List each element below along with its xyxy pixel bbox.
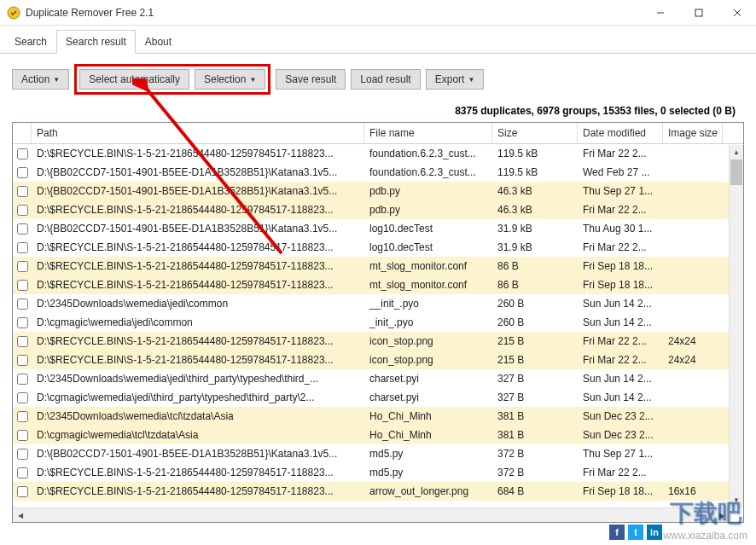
row-checkbox[interactable] <box>13 203 32 217</box>
tab-about[interactable]: About <box>136 30 181 54</box>
table-row[interactable]: D:\$RECYCLE.BIN\S-1-5-21-2186544480-1259… <box>13 257 743 275</box>
row-checkbox[interactable] <box>13 147 32 161</box>
col-path[interactable]: Path <box>32 123 364 143</box>
horizontal-scrollbar[interactable]: ◀ ▶ <box>13 507 729 522</box>
row-checkbox[interactable] <box>13 241 32 255</box>
cell-date: Fri Mar 22 2... <box>578 465 663 480</box>
scroll-track[interactable] <box>730 159 743 493</box>
table-row[interactable]: D:\{BB02CCD7-1501-4901-B5EE-D1A1B3528B51… <box>13 163 743 182</box>
row-checkbox[interactable] <box>13 466 32 480</box>
scroll-thumb[interactable] <box>730 159 742 185</box>
scroll-up-icon[interactable]: ▲ <box>730 145 743 159</box>
vertical-scrollbar[interactable]: ▲ ▼ <box>729 145 743 507</box>
table-row[interactable]: D:\$RECYCLE.BIN\S-1-5-21-2186544480-1259… <box>13 238 743 257</box>
row-checkbox[interactable] <box>13 165 32 180</box>
checkbox-input[interactable] <box>17 411 28 422</box>
table-row[interactable]: D:\{BB02CCD7-1501-4901-B5EE-D1A1B3528B51… <box>13 182 743 200</box>
checkbox-input[interactable] <box>17 223 28 235</box>
table-row[interactable]: D:\2345Downloads\wemedia\jedi\common__in… <box>13 294 743 313</box>
cell-path: D:\{BB02CCD7-1501-4901-B5EE-D1A1B3528B51… <box>32 446 364 461</box>
cell-image-size <box>663 152 723 155</box>
table-row[interactable]: D:\cgmagic\wemedia\jedi\third_party\type… <box>13 388 743 407</box>
select-automatically-button[interactable]: Select automatically <box>79 69 189 90</box>
cell-path: D:\cgmagic\wemedia\jedi\third_party\type… <box>32 390 364 405</box>
linkedin-icon[interactable]: in <box>647 525 662 540</box>
tab-search[interactable]: Search <box>5 30 56 54</box>
checkbox-input[interactable] <box>17 355 28 366</box>
maximize-button[interactable] <box>679 0 718 26</box>
checkbox-input[interactable] <box>17 374 28 385</box>
table-row[interactable]: D:\$RECYCLE.BIN\S-1-5-21-2186544480-1259… <box>13 144 743 163</box>
row-checkbox[interactable] <box>13 278 32 293</box>
table-row[interactable]: D:\2345Downloads\wemedia\jedi\third_part… <box>13 369 743 388</box>
row-checkbox[interactable] <box>13 353 32 368</box>
table-row[interactable]: D:\{BB02CCD7-1501-4901-B5EE-D1A1B3528B51… <box>13 444 743 463</box>
cell-image-size <box>663 452 723 455</box>
row-checkbox[interactable] <box>13 391 32 405</box>
row-checkbox[interactable] <box>13 334 32 349</box>
cell-filename: charset.pyi <box>364 371 492 386</box>
table-row[interactable]: D:\cgmagic\wemedia\tcl\tzdata\AsiaHo_Chi… <box>13 426 743 444</box>
watermark-logo: 下载吧 <box>670 497 741 530</box>
close-button[interactable] <box>718 0 756 26</box>
row-checkbox[interactable] <box>13 222 32 236</box>
cell-path: D:\$RECYCLE.BIN\S-1-5-21-2186544480-1259… <box>32 352 364 368</box>
checkbox-input[interactable] <box>17 242 28 253</box>
table-row[interactable]: D:\2345Downloads\wemedia\tcl\tzdata\Asia… <box>13 407 743 426</box>
checkbox-input[interactable] <box>17 148 28 159</box>
cell-date: Sun Jun 14 2... <box>578 315 663 330</box>
checkbox-input[interactable] <box>17 430 28 441</box>
cell-date: Fri Mar 22 2... <box>578 240 663 255</box>
svg-rect-2 <box>695 9 702 16</box>
checkbox-input[interactable] <box>17 336 28 347</box>
table-row[interactable]: D:\$RECYCLE.BIN\S-1-5-21-2186544480-1259… <box>13 463 743 482</box>
action-button[interactable]: Action▼ <box>12 69 69 90</box>
table-row[interactable]: D:\$RECYCLE.BIN\S-1-5-21-2186544480-1259… <box>13 200 743 219</box>
row-checkbox[interactable] <box>13 259 32 274</box>
row-checkbox[interactable] <box>13 409 32 424</box>
twitter-icon[interactable]: t <box>628 525 643 540</box>
checkbox-input[interactable] <box>17 280 28 291</box>
table-row[interactable]: D:\$RECYCLE.BIN\S-1-5-21-2186544480-1259… <box>13 275 743 294</box>
col-date[interactable]: Date modified <box>578 123 663 143</box>
export-button[interactable]: Export▼ <box>426 69 485 90</box>
checkbox-input[interactable] <box>17 186 28 197</box>
save-result-button[interactable]: Save result <box>276 69 346 90</box>
table-row[interactable]: D:\$RECYCLE.BIN\S-1-5-21-2186544480-1259… <box>13 332 743 351</box>
table-row[interactable]: D:\{BB02CCD7-1501-4901-B5EE-D1A1B3528B51… <box>13 219 743 238</box>
row-checkbox[interactable] <box>13 297 32 311</box>
scroll-left-icon[interactable]: ◀ <box>13 508 27 523</box>
col-checkbox[interactable] <box>13 123 32 143</box>
table-row[interactable]: D:\$RECYCLE.BIN\S-1-5-21-2186544480-1259… <box>13 351 743 369</box>
checkbox-input[interactable] <box>17 299 28 310</box>
col-image-size[interactable]: Image size <box>663 123 723 143</box>
row-checkbox[interactable] <box>13 372 32 386</box>
tab-search-result[interactable]: Search result <box>56 30 136 54</box>
checkbox-input[interactable] <box>17 486 28 497</box>
checkbox-input[interactable] <box>17 167 28 178</box>
col-filename[interactable]: File name <box>364 123 492 143</box>
row-checkbox[interactable] <box>13 447 32 461</box>
checkbox-input[interactable] <box>17 392 28 403</box>
checkbox-input[interactable] <box>17 467 28 478</box>
cell-size: 31.9 kB <box>492 221 578 236</box>
selection-button[interactable]: Selection▼ <box>195 69 265 90</box>
row-checkbox[interactable] <box>13 428 32 443</box>
col-size[interactable]: Size <box>492 123 578 143</box>
cell-path: D:\2345Downloads\wemedia\tcl\tzdata\Asia <box>32 409 364 424</box>
row-checkbox[interactable] <box>13 316 32 330</box>
checkbox-input[interactable] <box>17 449 28 460</box>
row-checkbox[interactable] <box>13 484 32 499</box>
checkbox-input[interactable] <box>17 261 28 272</box>
minimize-button[interactable] <box>641 0 679 26</box>
chevron-down-icon: ▼ <box>468 76 474 84</box>
checkbox-input[interactable] <box>17 317 28 328</box>
table-row[interactable]: D:\cgmagic\wemedia\jedi\common_init_.pyo… <box>13 313 743 332</box>
load-result-button[interactable]: Load result <box>351 69 420 90</box>
cell-filename: pdb.py <box>364 202 492 217</box>
table-row[interactable]: D:\$RECYCLE.BIN\S-1-5-21-2186544480-1259… <box>13 482 743 501</box>
facebook-icon[interactable]: f <box>609 525 625 540</box>
cell-filename: md5.py <box>364 465 492 480</box>
row-checkbox[interactable] <box>13 184 32 199</box>
checkbox-input[interactable] <box>17 205 28 216</box>
